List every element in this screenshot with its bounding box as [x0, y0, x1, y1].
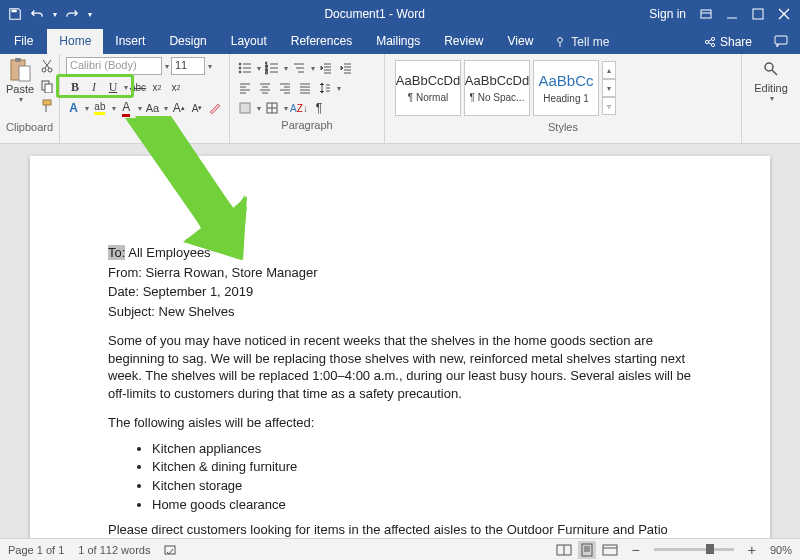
numbering-icon[interactable]: 123	[263, 59, 281, 77]
clear-formatting-icon[interactable]	[208, 99, 223, 117]
change-case-icon[interactable]: Aa	[145, 99, 160, 117]
signin-link[interactable]: Sign in	[649, 7, 686, 21]
line-spacing-icon[interactable]	[316, 79, 334, 97]
svg-point-5	[711, 37, 714, 40]
memo-closing[interactable]: Please direct customers looking for item…	[108, 521, 692, 538]
zoom-level[interactable]: 90%	[770, 544, 792, 556]
svg-rect-10	[19, 66, 30, 81]
affected-intro[interactable]: The following aisles will be affected:	[108, 414, 692, 432]
group-paragraph: ▾ 123▾ ▾ ▾ ▾ ▾ AZ↓ ¶ Paragraph	[230, 54, 385, 143]
affected-list[interactable]: Kitchen appliances Kitchen & dining furn…	[152, 440, 692, 513]
tell-me[interactable]: Tell me	[545, 30, 619, 54]
grow-font-icon[interactable]: A▴	[171, 99, 186, 117]
italic-button[interactable]: I	[85, 78, 103, 96]
paste-label: Paste	[6, 83, 34, 95]
justify-icon[interactable]	[296, 79, 314, 97]
style-no-spacing[interactable]: AaBbCcDd¶ No Spac...	[464, 60, 530, 116]
svg-rect-0	[12, 10, 17, 13]
ribbon-tabs: File Home Insert Design Layout Reference…	[0, 28, 800, 54]
svg-rect-9	[15, 58, 21, 62]
copy-icon[interactable]	[38, 77, 56, 95]
cut-icon[interactable]	[38, 57, 56, 75]
svg-rect-1	[701, 10, 711, 18]
undo-icon[interactable]	[30, 7, 44, 21]
share-button[interactable]: Share	[694, 30, 762, 54]
bold-button[interactable]: B	[66, 78, 84, 96]
document-area[interactable]: To: All Employees From: Sierra Rowan, St…	[0, 144, 800, 538]
zoom-slider[interactable]	[654, 548, 734, 551]
paste-button[interactable]: Paste▾	[6, 57, 34, 104]
font-size-select[interactable]: 11	[171, 57, 205, 75]
subscript-button[interactable]: x2	[148, 78, 166, 96]
close-icon[interactable]	[778, 8, 790, 20]
multilevel-list-icon[interactable]	[290, 59, 308, 77]
font-name-select[interactable]: Calibri (Body)	[66, 57, 162, 75]
titlebar: ▾ ▾ Document1 - Word Sign in	[0, 0, 800, 28]
undo-dropdown-icon[interactable]: ▾	[53, 10, 57, 19]
memo-date[interactable]: Date: September 1, 2019	[108, 283, 692, 301]
qat-customize-icon[interactable]: ▾	[88, 10, 92, 19]
list-item[interactable]: Kitchen & dining furniture	[152, 458, 692, 476]
list-item[interactable]: Kitchen storage	[152, 477, 692, 495]
tab-insert[interactable]: Insert	[103, 29, 157, 54]
style-normal[interactable]: AaBbCcDd¶ Normal	[395, 60, 461, 116]
group-clipboard: Paste▾ Clipboard	[0, 54, 60, 143]
tab-mailings[interactable]: Mailings	[364, 29, 432, 54]
align-left-icon[interactable]	[236, 79, 254, 97]
increase-indent-icon[interactable]	[337, 59, 355, 77]
page-indicator[interactable]: Page 1 of 1	[8, 544, 64, 556]
strikethrough-button[interactable]: abc	[129, 78, 147, 96]
format-painter-icon[interactable]	[38, 97, 56, 115]
shading-icon[interactable]	[236, 99, 254, 117]
highlight-color-icon[interactable]: ab	[92, 99, 107, 117]
svg-text:3: 3	[265, 69, 268, 75]
comments-icon[interactable]	[762, 29, 800, 54]
save-icon[interactable]	[8, 7, 22, 21]
find-icon[interactable]	[762, 60, 780, 78]
print-layout-icon[interactable]	[578, 541, 596, 559]
minimize-icon[interactable]	[726, 8, 738, 20]
selected-text[interactable]: To:	[108, 245, 125, 260]
ribbon-display-icon[interactable]	[700, 8, 712, 20]
memo-from[interactable]: From: Sierra Rowan, Store Manager	[108, 264, 692, 282]
word-count[interactable]: 1 of 112 words	[78, 544, 150, 556]
shrink-font-icon[interactable]: A▾	[189, 99, 204, 117]
bullets-icon[interactable]	[236, 59, 254, 77]
page[interactable]: To: All Employees From: Sierra Rowan, St…	[30, 156, 770, 538]
maximize-icon[interactable]	[752, 8, 764, 20]
tab-layout[interactable]: Layout	[219, 29, 279, 54]
zoom-in-icon[interactable]: +	[748, 542, 756, 558]
font-color-icon[interactable]: A	[119, 99, 134, 117]
zoom-out-icon[interactable]: −	[632, 542, 640, 558]
align-center-icon[interactable]	[256, 79, 274, 97]
align-right-icon[interactable]	[276, 79, 294, 97]
tab-home[interactable]: Home	[47, 29, 103, 54]
superscript-button[interactable]: x2	[167, 78, 185, 96]
show-marks-icon[interactable]: ¶	[310, 99, 328, 117]
tab-review[interactable]: Review	[432, 29, 495, 54]
memo-to[interactable]: To: All Employees	[108, 244, 692, 262]
share-label: Share	[720, 35, 752, 49]
list-item[interactable]: Home goods clearance	[152, 496, 692, 514]
group-styles: AaBbCcDd¶ Normal AaBbCcDd¶ No Spac... Aa…	[385, 54, 742, 143]
list-item[interactable]: Kitchen appliances	[152, 440, 692, 458]
tab-view[interactable]: View	[496, 29, 546, 54]
svg-point-6	[711, 43, 714, 46]
redo-icon[interactable]	[65, 7, 79, 21]
web-layout-icon[interactable]	[602, 543, 618, 557]
borders-icon[interactable]	[263, 99, 281, 117]
style-heading-1[interactable]: AaBbCcHeading 1	[533, 60, 599, 116]
spell-check-icon[interactable]	[164, 543, 178, 557]
underline-button[interactable]: U	[104, 78, 122, 96]
tab-references[interactable]: References	[279, 29, 364, 54]
memo-subject[interactable]: Subject: New Shelves	[108, 303, 692, 321]
decrease-indent-icon[interactable]	[317, 59, 335, 77]
memo-body[interactable]: Some of you may have noticed in recent w…	[108, 332, 692, 402]
text-effects-icon[interactable]: A	[66, 99, 81, 117]
sort-icon[interactable]: AZ↓	[290, 99, 308, 117]
styles-gallery-scroll[interactable]: ▴▾▿	[602, 61, 616, 115]
tab-design[interactable]: Design	[157, 29, 218, 54]
tab-file[interactable]: File	[0, 29, 47, 54]
read-mode-icon[interactable]	[556, 543, 572, 557]
svg-point-18	[239, 71, 241, 73]
